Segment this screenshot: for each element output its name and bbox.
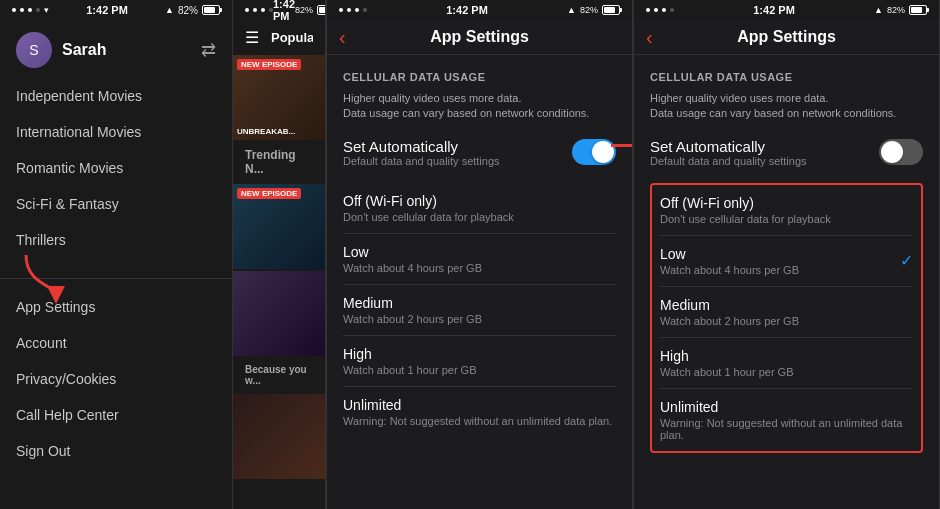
wifi-icon: ▾ [44,5,49,15]
toggle-row-4: Set Automatically Default data and quali… [650,138,923,167]
battery-pct-2: 82% [295,5,313,15]
back-button-3[interactable]: ‹ [339,26,346,49]
settings-section: App Settings Account Privacy/Cookies Cal… [0,289,232,469]
clock-1: 1:42 PM [86,4,128,16]
dot4-1 [646,8,650,12]
location-icon: ▲ [165,5,174,15]
option-desc-4-1: Don't use cellular data for playback [660,213,913,225]
option-medium-4[interactable]: Medium Watch about 2 hours per GB [660,287,913,338]
options-list-3: Off (Wi-Fi only) Don't use cellular data… [343,183,616,437]
battery-pct-3: 82% [580,5,598,15]
sidebar-item-app-settings[interactable]: App Settings [0,289,232,325]
option-wifi-only-4[interactable]: Off (Wi-Fi only) Don't use cellular data… [660,185,913,236]
toggle-sub-4: Default data and quality settings [650,155,807,167]
options-list-4: Off (Wi-Fi only) Don't use cellular data… [650,183,923,453]
clock-3: 1:42 PM [446,4,488,16]
movie-card-3[interactable] [233,271,325,356]
sidebar-item-thrillers[interactable]: Thrillers [0,222,232,258]
signal-area-3 [339,8,367,12]
sidebar-header: S Sarah ⇄ [0,20,232,78]
avatar: S [16,32,52,68]
hamburger-icon[interactable]: ☰ [245,28,259,47]
signal-area-4 [646,8,674,12]
status-bar-2: 1:42 PM 82% [233,0,325,20]
menu-divider [0,278,232,279]
option-name-3-5: Unlimited [343,397,616,413]
dot4 [36,8,40,12]
user-info: S Sarah [16,32,106,68]
sidebar-item-signout[interactable]: Sign Out [0,433,232,469]
card-bg-3 [233,271,325,356]
movie-card-1[interactable]: NEW EPISODE UNBREAKAB... [233,55,325,140]
option-high-4[interactable]: High Watch about 1 hour per GB [660,338,913,389]
option-unlimited-3[interactable]: Unlimited Warning: Not suggested without… [343,387,616,437]
phone-1: ▾ 1:42 PM ▲ 82% S Sarah ⇄ [0,0,233,509]
movie-cards: NEW EPISODE UNBREAKAB... Trending N... N… [233,55,325,479]
phone-2: 1:42 PM 82% ☰ Popular on N NEW EPISODE U… [233,0,326,509]
user-name: Sarah [62,41,106,59]
toggle-sub-3: Default data and quality settings [343,155,500,167]
toggle-switch-3[interactable] [572,139,616,165]
popular-panel: ☰ Popular on N NEW EPISODE UNBREAKAB... … [233,20,325,509]
card-bg-4 [233,394,325,479]
option-desc-4-3: Watch about 2 hours per GB [660,315,913,327]
sidebar-item-international[interactable]: International Movies [0,114,232,150]
option-desc-3-1: Don't use cellular data for playback [343,211,616,223]
battery-fill-3 [604,7,615,13]
option-low-content: Low Watch about 4 hours per GB [660,246,799,276]
battery-area-2: 82% [295,5,326,15]
option-name-3-3: Medium [343,295,616,311]
option-desc-3-4: Watch about 1 hour per GB [343,364,616,376]
trending-label: Trending N... [233,142,325,182]
option-medium-3[interactable]: Medium Watch about 2 hours per GB [343,285,616,336]
option-low-4[interactable]: Low Watch about 4 hours per GB ✓ [660,236,913,287]
option-name-3-2: Low [343,244,616,260]
status-bar-3: 1:42 PM ▲ 82% [327,0,632,20]
option-desc-3-2: Watch about 4 hours per GB [343,262,616,274]
settings-header-3: ‹ App Settings [327,20,632,55]
sidebar-item-help[interactable]: Call Help Center [0,397,232,433]
settings-title-3: App Settings [430,28,529,46]
toggle-switch-4[interactable] [879,139,923,165]
popular-label: Popular on N [271,30,313,45]
status-bar-1: ▾ 1:42 PM ▲ 82% [0,0,232,20]
option-desc-4-2: Watch about 4 hours per GB [660,264,799,276]
battery-area-4: ▲ 82% [874,5,927,15]
option-name-4-2: Low [660,246,799,262]
battery-icon-1 [202,5,220,15]
dot3-4 [363,8,367,12]
option-unlimited-4[interactable]: Unlimited Warning: Not suggested without… [660,389,913,451]
clock-4: 1:42 PM [753,4,795,16]
section-title-3: CELLULAR DATA USAGE [343,71,616,83]
option-wifi-only-3[interactable]: Off (Wi-Fi only) Don't use cellular data… [343,183,616,234]
movie-card-4[interactable] [233,394,325,479]
section-title-4: CELLULAR DATA USAGE [650,71,923,83]
app-container: ▾ 1:42 PM ▲ 82% S Sarah ⇄ [0,0,940,509]
toggle-label-group-4: Set Automatically Default data and quali… [650,138,807,167]
option-name-4-1: Off (Wi-Fi only) [660,195,913,211]
section-desc-3: Higher quality video uses more data.Data… [343,91,616,122]
battery-fill-1 [204,7,215,13]
dot1 [12,8,16,12]
sidebar-item-independent[interactable]: Independent Movies [0,78,232,114]
sidebar-item-privacy[interactable]: Privacy/Cookies [0,361,232,397]
back-button-4[interactable]: ‹ [646,26,653,49]
card-label-1: UNBREAKAB... [237,127,321,136]
settings-body-4: CELLULAR DATA USAGE Higher quality video… [634,55,939,509]
battery-icon-4 [909,5,927,15]
sidebar-item-scifi[interactable]: Sci-Fi & Fantasy [0,186,232,222]
sidebar-item-romantic[interactable]: Romantic Movies [0,150,232,186]
dot3 [28,8,32,12]
option-high-3[interactable]: High Watch about 1 hour per GB [343,336,616,387]
phone-4: 1:42 PM ▲ 82% ‹ App Settings CELLULAR DA… [633,0,940,509]
movie-card-2[interactable]: NEW EPISODE [233,184,325,269]
option-low-3[interactable]: Low Watch about 4 hours per GB [343,234,616,285]
settings-body-3: CELLULAR DATA USAGE Higher quality video… [327,55,632,509]
switch-icon[interactable]: ⇄ [201,39,216,61]
signal-area-2 [245,8,273,12]
toggle-row-3: Set Automatically Default data and quali… [343,138,616,167]
battery-pct-1: 82% [178,5,198,16]
sidebar-item-account[interactable]: Account [0,325,232,361]
option-name-3-4: High [343,346,616,362]
avatar-char: S [29,42,38,58]
